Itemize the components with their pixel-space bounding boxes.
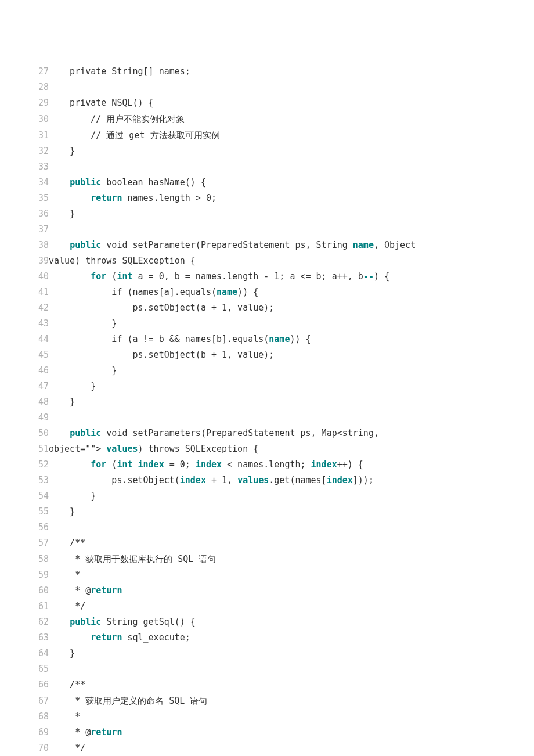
code-text: object=""> values) throws SQLException { bbox=[49, 441, 258, 457]
code-text: } bbox=[49, 363, 117, 379]
line-number: 58 bbox=[35, 552, 49, 567]
line-number: 61 bbox=[35, 599, 49, 614]
code-text: ps.setObject(b + 1, value); bbox=[49, 347, 274, 363]
code-line: 52 for (int index = 0; index < names.len… bbox=[35, 457, 499, 473]
code-line: 34 public boolean hasName() { bbox=[35, 175, 499, 190]
code-text: } bbox=[49, 379, 96, 394]
code-text: ps.setObject(index + 1, values.get(names… bbox=[49, 473, 374, 488]
line-number: 32 bbox=[35, 143, 49, 159]
line-number: 27 bbox=[35, 64, 49, 80]
code-line: 56 bbox=[35, 520, 499, 535]
code-text: public void setParameter(PreparedStateme… bbox=[49, 237, 416, 253]
code-text: public String getSql() { bbox=[49, 614, 196, 630]
code-text: * @return bbox=[49, 583, 122, 599]
code-line: 32 } bbox=[35, 143, 499, 159]
code-text: } bbox=[49, 394, 75, 410]
line-number: 42 bbox=[35, 300, 49, 316]
code-text: if (names[a].equals(name)) { bbox=[49, 285, 258, 300]
line-number: 53 bbox=[35, 473, 49, 488]
code-line: 64 } bbox=[35, 646, 499, 661]
code-text: } bbox=[49, 143, 75, 159]
code-line: 70 */ bbox=[35, 740, 499, 756]
line-number: 49 bbox=[35, 410, 49, 426]
code-text: private NSQL() { bbox=[49, 95, 154, 111]
code-line: 38 public void setParameter(PreparedStat… bbox=[35, 237, 499, 253]
line-number: 59 bbox=[35, 567, 49, 583]
line-number: 55 bbox=[35, 504, 49, 520]
code-text: // 用户不能实例化对象 bbox=[49, 111, 185, 127]
code-line: 43 } bbox=[35, 316, 499, 332]
line-number: 29 bbox=[35, 95, 49, 111]
code-line: 27 private String[] names; bbox=[35, 64, 499, 80]
line-number: 67 bbox=[35, 693, 49, 709]
code-text: private String[] names; bbox=[49, 64, 190, 80]
code-text: /** bbox=[49, 535, 85, 551]
code-line: 44 if (a != b && names[b].equals(name)) … bbox=[35, 332, 499, 347]
code-line: 53 ps.setObject(index + 1, values.get(na… bbox=[35, 473, 499, 488]
code-line: 57 /** bbox=[35, 535, 499, 551]
code-line: 66 /** bbox=[35, 677, 499, 693]
code-line: 35 return names.length > 0; bbox=[35, 190, 499, 206]
line-number: 52 bbox=[35, 457, 49, 473]
code-line: 62 public String getSql() { bbox=[35, 614, 499, 630]
line-number: 45 bbox=[35, 347, 49, 363]
line-number: 60 bbox=[35, 583, 49, 599]
code-line: 36 } bbox=[35, 206, 499, 222]
code-text: * 获取用户定义的命名 SQL 语句 bbox=[49, 693, 207, 709]
code-document: 27 private String[] names;2829 private N… bbox=[0, 0, 534, 756]
line-number: 57 bbox=[35, 535, 49, 551]
line-number: 35 bbox=[35, 190, 49, 206]
code-line: 33 bbox=[35, 159, 499, 175]
code-line: 39value) throws SQLException { bbox=[35, 253, 499, 269]
code-text: for (int index = 0; index < names.length… bbox=[49, 457, 363, 473]
code-line: 45 ps.setObject(b + 1, value); bbox=[35, 347, 499, 363]
code-text: for (int a = 0, b = names.length - 1; a … bbox=[49, 269, 389, 285]
code-line: 63 return sql_execute; bbox=[35, 630, 499, 646]
code-line: 28 bbox=[35, 80, 499, 95]
code-line: 58 * 获取用于数据库执行的 SQL 语句 bbox=[35, 551, 499, 567]
code-line: 50 public void setParameters(PreparedSta… bbox=[35, 426, 499, 441]
code-text: } bbox=[49, 488, 96, 504]
code-text: if (a != b && names[b].equals(name)) { bbox=[49, 332, 311, 347]
line-number: 37 bbox=[35, 222, 49, 237]
code-text: * bbox=[49, 709, 80, 725]
code-line: 29 private NSQL() { bbox=[35, 95, 499, 111]
code-line: 55 } bbox=[35, 504, 499, 520]
line-number: 48 bbox=[35, 394, 49, 410]
line-number: 65 bbox=[35, 661, 49, 677]
code-line: 30 // 用户不能实例化对象 bbox=[35, 111, 499, 127]
code-line: 46 } bbox=[35, 363, 499, 379]
code-line: 61 */ bbox=[35, 599, 499, 614]
code-line: 41 if (names[a].equals(name)) { bbox=[35, 285, 499, 300]
code-line: 47 } bbox=[35, 379, 499, 394]
code-line: 51object=""> values) throws SQLException… bbox=[35, 441, 499, 457]
line-number: 43 bbox=[35, 316, 49, 332]
code-text: } bbox=[49, 504, 75, 520]
line-number: 66 bbox=[35, 677, 49, 693]
line-number: 34 bbox=[35, 175, 49, 190]
line-number: 44 bbox=[35, 332, 49, 347]
code-line: 68 * bbox=[35, 709, 499, 725]
line-number: 62 bbox=[35, 614, 49, 630]
code-text: ps.setObject(a + 1, value); bbox=[49, 300, 274, 316]
code-text: */ bbox=[49, 740, 85, 756]
line-number: 31 bbox=[35, 128, 49, 143]
code-line: 65 bbox=[35, 661, 499, 677]
line-number: 36 bbox=[35, 206, 49, 222]
code-text: * @return bbox=[49, 725, 122, 740]
code-line: 31 // 通过 get 方法获取可用实例 bbox=[35, 127, 499, 143]
line-number: 41 bbox=[35, 285, 49, 300]
code-line: 48 } bbox=[35, 394, 499, 410]
code-block: 27 private String[] names;2829 private N… bbox=[35, 64, 499, 756]
code-text: /** bbox=[49, 677, 85, 693]
line-number: 70 bbox=[35, 740, 49, 756]
line-number: 69 bbox=[35, 725, 49, 740]
line-number: 40 bbox=[35, 269, 49, 285]
code-text: } bbox=[49, 206, 75, 222]
code-text: * bbox=[49, 567, 80, 583]
code-text: } bbox=[49, 646, 75, 661]
line-number: 33 bbox=[35, 159, 49, 175]
code-text: } bbox=[49, 316, 117, 332]
code-line: 67 * 获取用户定义的命名 SQL 语句 bbox=[35, 693, 499, 709]
code-text: return sql_execute; bbox=[49, 630, 190, 646]
